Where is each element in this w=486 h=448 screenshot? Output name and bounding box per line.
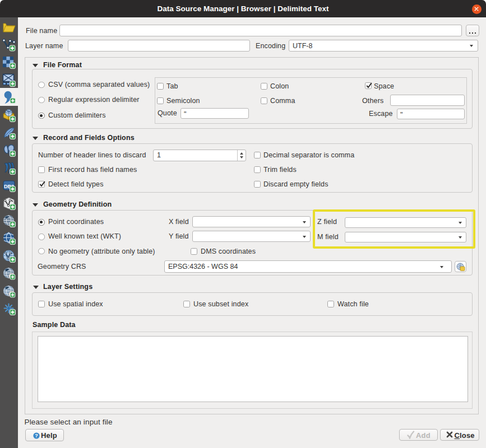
svg-text:?: ?	[35, 432, 38, 438]
